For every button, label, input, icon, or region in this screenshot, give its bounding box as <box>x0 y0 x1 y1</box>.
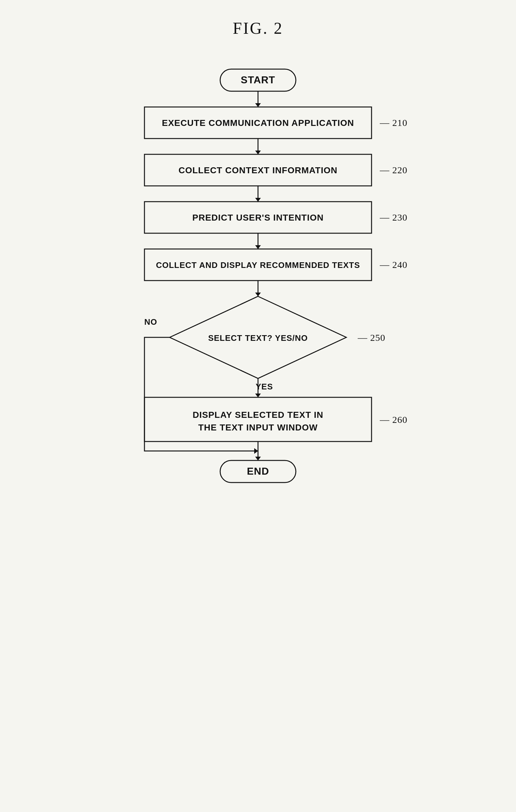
svg-text:— 260: — 260 <box>380 414 407 425</box>
svg-marker-18 <box>255 245 261 249</box>
svg-marker-23 <box>255 293 261 296</box>
svg-text:DISPLAY SELECTED TEXT IN: DISPLAY SELECTED TEXT IN <box>193 410 324 420</box>
svg-text:— 220: — 220 <box>380 165 407 175</box>
svg-text:COLLECT CONTEXT INFORMATION: COLLECT CONTEXT INFORMATION <box>179 165 337 175</box>
svg-text:COLLECT AND DISPLAY RECOMMENDE: COLLECT AND DISPLAY RECOMMENDED TEXTS <box>156 260 360 270</box>
svg-text:START: START <box>241 74 275 86</box>
svg-text:NO: NO <box>145 317 157 327</box>
svg-text:— 230: — 230 <box>380 212 407 223</box>
svg-text:SELECT TEXT? YES/NO: SELECT TEXT? YES/NO <box>208 333 308 343</box>
svg-marker-8 <box>255 150 261 154</box>
svg-text:EXECUTE COMMUNICATION APPLICAT: EXECUTE COMMUNICATION APPLICATION <box>162 118 354 128</box>
svg-marker-29 <box>255 394 261 397</box>
svg-text:— 240: — 240 <box>380 259 407 270</box>
svg-text:END: END <box>247 465 269 477</box>
svg-text:PREDICT USER'S INTENTION: PREDICT USER'S INTENTION <box>192 213 324 223</box>
svg-text:THE TEXT INPUT WINDOW: THE TEXT INPUT WINDOW <box>199 423 318 432</box>
figure-title: FIG. 2 <box>233 19 283 37</box>
flowchart-svg: STARTEXECUTE COMMUNICATION APPLICATION— … <box>116 63 400 489</box>
svg-marker-3 <box>255 103 261 107</box>
svg-text:— 210: — 210 <box>380 117 407 128</box>
svg-marker-35 <box>255 457 261 460</box>
svg-text:— 250: — 250 <box>357 332 386 343</box>
svg-marker-39 <box>254 448 258 454</box>
svg-marker-13 <box>255 198 261 202</box>
